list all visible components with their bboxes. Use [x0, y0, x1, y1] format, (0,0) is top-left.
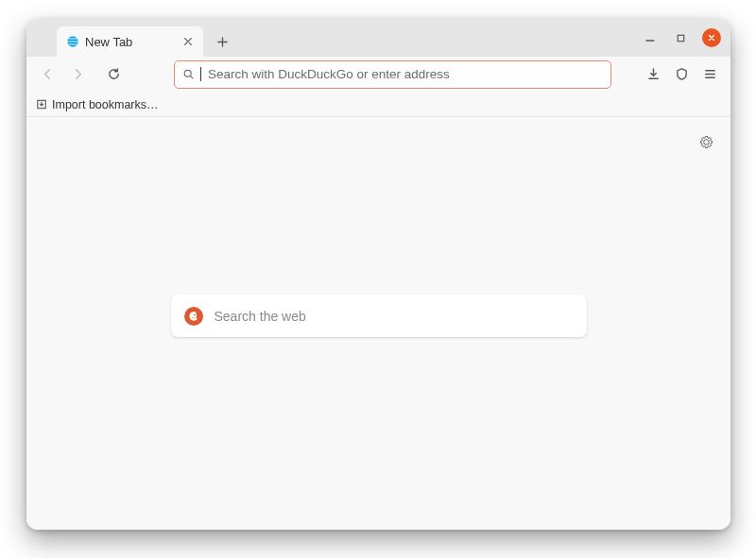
close-icon	[183, 37, 193, 46]
tab-title: New Tab	[85, 35, 132, 49]
gear-icon	[698, 134, 714, 150]
reload-icon	[107, 67, 121, 81]
maximize-icon	[676, 33, 686, 43]
shield-button[interactable]	[668, 61, 695, 88]
back-icon	[41, 67, 55, 81]
import-icon	[36, 98, 48, 110]
browser-window: New Tab	[26, 19, 730, 530]
minimize-icon	[644, 32, 656, 43]
toolbar-right	[640, 61, 723, 88]
import-bookmarks-button[interactable]: Import bookmarks…	[32, 96, 163, 113]
app-menu-button[interactable]	[696, 61, 723, 88]
search-icon	[182, 68, 195, 80]
address-input[interactable]	[208, 67, 603, 81]
forward-button[interactable]	[64, 61, 91, 88]
downloads-button[interactable]	[640, 61, 666, 88]
tab-strip: New Tab	[26, 19, 730, 57]
newtab-search-box[interactable]	[171, 295, 587, 337]
svg-point-4	[194, 313, 195, 314]
reload-button[interactable]	[100, 61, 127, 88]
window-close-icon	[707, 33, 716, 42]
new-tab-button[interactable]	[209, 28, 235, 55]
close-tab-button[interactable]	[180, 34, 196, 49]
import-bookmarks-label: Import bookmarks…	[52, 98, 159, 111]
new-tab-page	[26, 117, 730, 530]
svg-rect-1	[678, 35, 683, 41]
plus-icon	[216, 36, 229, 48]
firefox-globe-icon	[66, 35, 79, 48]
newtab-search-input[interactable]	[215, 309, 574, 324]
hamburger-icon	[703, 67, 717, 81]
back-button[interactable]	[34, 61, 60, 88]
bookmarks-toolbar: Import bookmarks…	[26, 93, 730, 117]
tab-new-tab[interactable]: New Tab	[57, 26, 203, 57]
customize-newtab-button[interactable]	[695, 130, 717, 153]
shield-icon	[675, 67, 689, 81]
forward-icon	[71, 67, 85, 81]
text-caret	[200, 67, 201, 81]
downloads-icon	[646, 67, 661, 81]
maximize-button[interactable]	[672, 29, 689, 46]
address-bar[interactable]	[174, 60, 611, 89]
window-controls	[642, 19, 721, 57]
navigation-toolbar	[26, 57, 730, 93]
minimize-button[interactable]	[642, 29, 659, 46]
window-close-button[interactable]	[702, 28, 721, 47]
duckduckgo-logo	[184, 307, 203, 326]
